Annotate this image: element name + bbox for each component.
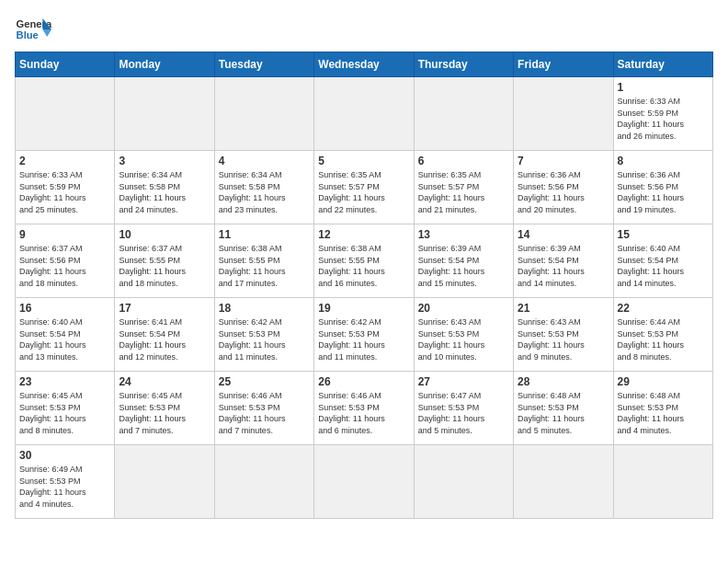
day-number: 1 (618, 81, 709, 94)
calendar-cell: 16Sunrise: 6:40 AM Sunset: 5:54 PM Dayli… (16, 298, 115, 372)
calendar-cell (514, 77, 613, 151)
calendar-cell: 8Sunrise: 6:36 AM Sunset: 5:56 PM Daylig… (613, 151, 712, 224)
calendar-cell: 3Sunrise: 6:34 AM Sunset: 5:58 PM Daylig… (115, 151, 214, 224)
day-number: 18 (219, 302, 310, 315)
week-row-5: 23Sunrise: 6:45 AM Sunset: 5:53 PM Dayli… (16, 372, 713, 445)
calendar-cell: 25Sunrise: 6:46 AM Sunset: 5:53 PM Dayli… (214, 372, 313, 445)
day-info: Sunrise: 6:34 AM Sunset: 5:58 PM Dayligh… (119, 169, 210, 215)
day-number: 9 (19, 228, 110, 241)
calendar-cell (115, 445, 214, 519)
calendar-cell: 14Sunrise: 6:39 AM Sunset: 5:54 PM Dayli… (514, 224, 613, 298)
calendar: SundayMondayTuesdayWednesdayThursdayFrid… (15, 52, 713, 519)
calendar-cell: 30Sunrise: 6:49 AM Sunset: 5:53 PM Dayli… (16, 445, 115, 519)
day-number: 19 (318, 302, 409, 315)
calendar-cell: 19Sunrise: 6:42 AM Sunset: 5:53 PM Dayli… (314, 298, 414, 372)
calendar-cell (214, 77, 313, 151)
day-number: 20 (418, 302, 509, 315)
calendar-cell: 24Sunrise: 6:45 AM Sunset: 5:53 PM Dayli… (115, 372, 214, 445)
day-number: 2 (19, 155, 110, 167)
day-number: 8 (618, 155, 709, 167)
calendar-cell: 1Sunrise: 6:33 AM Sunset: 5:59 PM Daylig… (613, 77, 712, 151)
calendar-cell (16, 77, 115, 151)
week-row-2: 2Sunrise: 6:33 AM Sunset: 5:59 PM Daylig… (16, 151, 713, 224)
day-number: 15 (618, 228, 709, 241)
calendar-cell: 13Sunrise: 6:39 AM Sunset: 5:54 PM Dayli… (414, 224, 513, 298)
weekday-header-tuesday: Tuesday (214, 52, 313, 77)
calendar-cell (314, 77, 414, 151)
day-info: Sunrise: 6:46 AM Sunset: 5:53 PM Dayligh… (219, 390, 310, 436)
weekday-header-saturday: Saturday (613, 52, 712, 77)
day-info: Sunrise: 6:33 AM Sunset: 5:59 PM Dayligh… (19, 169, 110, 215)
day-info: Sunrise: 6:39 AM Sunset: 5:54 PM Dayligh… (518, 243, 609, 289)
calendar-cell: 11Sunrise: 6:38 AM Sunset: 5:55 PM Dayli… (214, 224, 313, 298)
day-info: Sunrise: 6:44 AM Sunset: 5:53 PM Dayligh… (618, 316, 709, 362)
day-info: Sunrise: 6:38 AM Sunset: 5:55 PM Dayligh… (219, 243, 310, 289)
calendar-cell: 7Sunrise: 6:36 AM Sunset: 5:56 PM Daylig… (514, 151, 613, 224)
calendar-cell: 26Sunrise: 6:46 AM Sunset: 5:53 PM Dayli… (314, 372, 414, 445)
weekday-header-row: SundayMondayTuesdayWednesdayThursdayFrid… (16, 52, 713, 77)
day-number: 22 (618, 302, 709, 315)
calendar-cell: 9Sunrise: 6:37 AM Sunset: 5:56 PM Daylig… (16, 224, 115, 298)
day-number: 13 (418, 228, 509, 241)
day-number: 25 (219, 375, 310, 388)
day-info: Sunrise: 6:37 AM Sunset: 5:55 PM Dayligh… (119, 243, 210, 289)
day-number: 16 (19, 302, 110, 315)
weekday-header-thursday: Thursday (414, 52, 513, 77)
calendar-cell: 22Sunrise: 6:44 AM Sunset: 5:53 PM Dayli… (613, 298, 712, 372)
calendar-cell (414, 77, 513, 151)
day-info: Sunrise: 6:42 AM Sunset: 5:53 PM Dayligh… (318, 316, 409, 362)
day-info: Sunrise: 6:45 AM Sunset: 5:53 PM Dayligh… (119, 390, 210, 436)
day-number: 10 (119, 228, 210, 241)
calendar-cell (115, 77, 214, 151)
day-number: 14 (518, 228, 609, 241)
week-row-4: 16Sunrise: 6:40 AM Sunset: 5:54 PM Dayli… (16, 298, 713, 372)
day-number: 3 (119, 155, 210, 167)
logo: General Blue (15, 15, 51, 44)
day-info: Sunrise: 6:42 AM Sunset: 5:53 PM Dayligh… (219, 316, 310, 362)
day-number: 7 (518, 155, 609, 167)
logo-icon: General Blue (15, 15, 51, 44)
calendar-cell: 18Sunrise: 6:42 AM Sunset: 5:53 PM Dayli… (214, 298, 313, 372)
calendar-cell (214, 445, 313, 519)
day-info: Sunrise: 6:36 AM Sunset: 5:56 PM Dayligh… (518, 169, 609, 215)
day-info: Sunrise: 6:48 AM Sunset: 5:53 PM Dayligh… (618, 390, 709, 436)
day-number: 21 (518, 302, 609, 315)
day-info: Sunrise: 6:45 AM Sunset: 5:53 PM Dayligh… (19, 390, 110, 436)
day-info: Sunrise: 6:33 AM Sunset: 5:59 PM Dayligh… (618, 96, 709, 142)
day-info: Sunrise: 6:34 AM Sunset: 5:58 PM Dayligh… (219, 169, 310, 215)
day-info: Sunrise: 6:40 AM Sunset: 5:54 PM Dayligh… (19, 316, 110, 362)
day-info: Sunrise: 6:49 AM Sunset: 5:53 PM Dayligh… (19, 464, 110, 510)
calendar-cell (613, 445, 712, 519)
day-number: 24 (119, 375, 210, 388)
week-row-3: 9Sunrise: 6:37 AM Sunset: 5:56 PM Daylig… (16, 224, 713, 298)
calendar-cell: 15Sunrise: 6:40 AM Sunset: 5:54 PM Dayli… (613, 224, 712, 298)
day-info: Sunrise: 6:46 AM Sunset: 5:53 PM Dayligh… (318, 390, 409, 436)
calendar-cell: 2Sunrise: 6:33 AM Sunset: 5:59 PM Daylig… (16, 151, 115, 224)
page-header: General Blue (15, 15, 713, 44)
day-info: Sunrise: 6:37 AM Sunset: 5:56 PM Dayligh… (19, 243, 110, 289)
day-info: Sunrise: 6:35 AM Sunset: 5:57 PM Dayligh… (418, 169, 509, 215)
calendar-cell: 6Sunrise: 6:35 AM Sunset: 5:57 PM Daylig… (414, 151, 513, 224)
svg-marker-3 (42, 29, 51, 37)
day-info: Sunrise: 6:40 AM Sunset: 5:54 PM Dayligh… (618, 243, 709, 289)
calendar-cell: 5Sunrise: 6:35 AM Sunset: 5:57 PM Daylig… (314, 151, 414, 224)
day-number: 4 (219, 155, 310, 167)
day-info: Sunrise: 6:38 AM Sunset: 5:55 PM Dayligh… (318, 243, 409, 289)
day-number: 28 (518, 375, 609, 388)
day-number: 11 (219, 228, 310, 241)
calendar-cell (414, 445, 513, 519)
day-number: 23 (19, 375, 110, 388)
calendar-cell: 4Sunrise: 6:34 AM Sunset: 5:58 PM Daylig… (214, 151, 313, 224)
day-number: 6 (418, 155, 509, 167)
svg-text:Blue: Blue (17, 29, 39, 40)
day-number: 17 (119, 302, 210, 315)
day-number: 29 (618, 375, 709, 388)
day-info: Sunrise: 6:48 AM Sunset: 5:53 PM Dayligh… (518, 390, 609, 436)
day-info: Sunrise: 6:43 AM Sunset: 5:53 PM Dayligh… (518, 316, 609, 362)
day-number: 30 (19, 449, 110, 462)
day-info: Sunrise: 6:41 AM Sunset: 5:54 PM Dayligh… (119, 316, 210, 362)
calendar-cell: 29Sunrise: 6:48 AM Sunset: 5:53 PM Dayli… (613, 372, 712, 445)
day-info: Sunrise: 6:36 AM Sunset: 5:56 PM Dayligh… (618, 169, 709, 215)
weekday-header-monday: Monday (115, 52, 214, 77)
weekday-header-friday: Friday (514, 52, 613, 77)
